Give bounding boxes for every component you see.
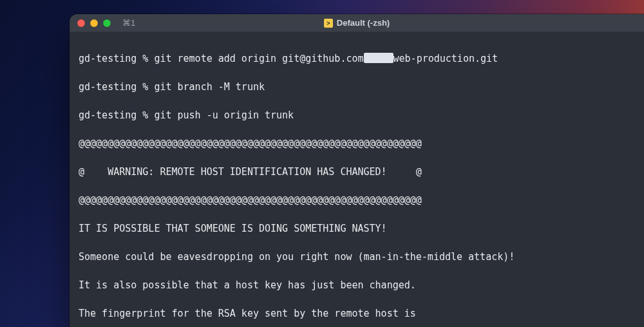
terminal-icon: > <box>324 19 333 28</box>
zoom-button[interactable] <box>103 19 111 27</box>
output-line: @ WARNING: REMOTE HOST IDENTIFICATION HA… <box>79 165 635 179</box>
tab-shortcut-label: ⌘1 <box>122 18 135 28</box>
cmd-line-2: gd-testing % git branch -M trunk <box>79 80 635 94</box>
window-title: > Default (-zsh) <box>70 18 644 28</box>
output-line: Someone could be eavesdropping on you ri… <box>79 250 635 264</box>
output-line: @@@@@@@@@@@@@@@@@@@@@@@@@@@@@@@@@@@@@@@@… <box>79 136 635 151</box>
output-line: @@@@@@@@@@@@@@@@@@@@@@@@@@@@@@@@@@@@@@@@… <box>79 193 635 207</box>
close-button[interactable] <box>77 19 85 27</box>
traffic-lights <box>70 19 111 27</box>
cmd-line-3: gd-testing % git push -u origin trunk <box>79 108 635 122</box>
tab-shortcut: ⌘1 <box>122 18 135 28</box>
terminal-window: ⌘1 > Default (-zsh) gd-testing % git rem… <box>70 14 644 327</box>
terminal-output[interactable]: gd-testing % git remote add origin git@g… <box>70 32 644 327</box>
cmd-line-1: gd-testing % git remote add origin git@g… <box>79 51 635 66</box>
output-line: IT IS POSSIBLE THAT SOMEONE IS DOING SOM… <box>79 221 635 236</box>
titlebar: ⌘1 > Default (-zsh) <box>70 14 644 32</box>
minimize-button[interactable] <box>90 19 98 27</box>
window-title-text: Default (-zsh) <box>337 18 390 28</box>
output-line: The fingerprint for the RSA key sent by … <box>79 306 635 321</box>
redacted-host <box>364 53 393 63</box>
output-line: It is also possible that a host key has … <box>79 278 635 292</box>
